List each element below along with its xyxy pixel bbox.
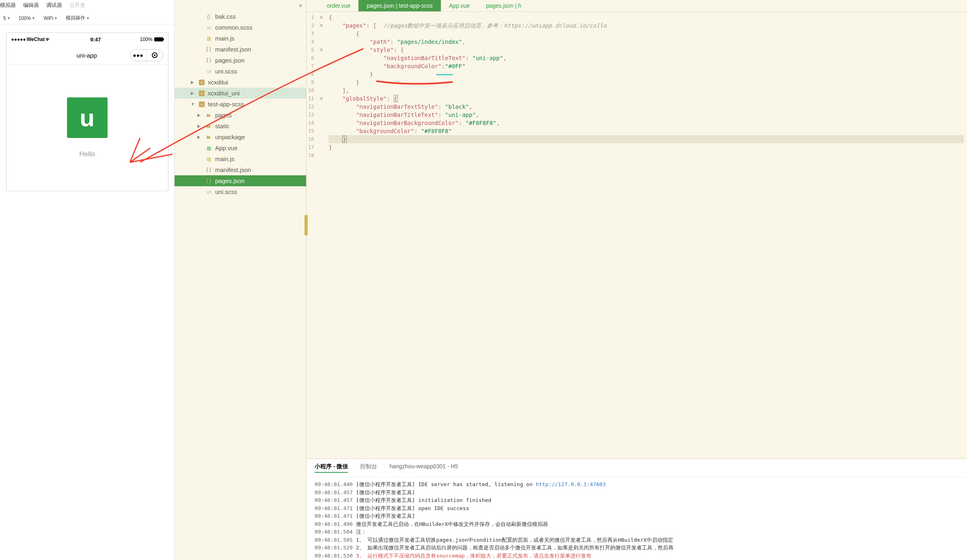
wifi-icon: ᯤ: [45, 36, 51, 43]
sim-menu-tabs: 模拟器编辑器调试器云开发: [0, 0, 174, 12]
tree-item[interactable]: []manifest.json: [175, 44, 306, 55]
fold-toggle[interactable]: ⊟: [319, 46, 324, 54]
target-icon: [152, 52, 158, 58]
fold-toggle[interactable]: ⊟: [319, 22, 324, 30]
console-tab[interactable]: hangzhou-weapp0301 - H5: [389, 463, 458, 473]
code-area[interactable]: 123456789101112131415161718 ⊟⊟⊟⊟ { "page…: [307, 12, 967, 459]
sim-menu-tab[interactable]: 模拟器: [0, 2, 16, 9]
editor-tab[interactable]: order.vue: [319, 0, 358, 11]
tree-item[interactable]: ഗcommon.scss: [175, 22, 306, 33]
tree-item[interactable]: ഗuni.scss: [175, 186, 306, 197]
phone-content: u Hello: [6, 65, 168, 191]
tree-item[interactable]: ▶uxcxditui_uni: [175, 88, 306, 99]
chevron-down-icon: ▾: [8, 16, 10, 20]
signal-indicator: ●●●●● WeChat ᯤ: [11, 36, 52, 43]
hello-text: Hello: [6, 150, 168, 158]
chevron-right-icon: ▶: [191, 80, 196, 84]
fold-toggle: [319, 86, 324, 95]
tree-item[interactable]: []manifest.json: [175, 164, 306, 175]
device-select[interactable]: 5▾: [0, 15, 13, 22]
console-body[interactable]: 09:46:01.440 [微信小程序开发者工具] IDE server has…: [307, 477, 967, 560]
hamburger-icon[interactable]: ≡: [175, 0, 306, 11]
sim-menu-tab[interactable]: 编辑器: [23, 2, 39, 9]
fold-toggle: [319, 78, 324, 86]
tree-item[interactable]: ▶🖿static: [175, 121, 306, 131]
tree-item[interactable]: ▦App.vue: [175, 142, 306, 153]
fold-toggle: [319, 127, 324, 135]
tree-item-label: xcxditui: [208, 79, 228, 86]
tree-item[interactable]: ▼utest-app-scss: [175, 99, 306, 110]
status-time: 9:47: [90, 37, 101, 43]
sim-menu-tab[interactable]: 调试器: [46, 2, 62, 9]
log-line: 09:46:01.529 2。 如果出现微信开发者工具启动后白屏的问题，检查是否…: [315, 544, 959, 552]
simop-select[interactable]: 模拟操作▾: [63, 14, 92, 22]
editor-tab[interactable]: App.vue: [441, 0, 478, 11]
tree-item-label: main.js: [215, 155, 235, 162]
log-link[interactable]: http://127.0.0.1:47603: [536, 481, 606, 487]
fold-toggle: [319, 62, 324, 70]
tree-item-label: main.js: [215, 35, 235, 42]
fold-toggle[interactable]: ⊟: [319, 13, 324, 22]
tree-item-label: static: [215, 123, 229, 129]
phone-navbar: uni-app ●●●: [6, 46, 168, 65]
tree-item[interactable]: ▦main.js: [175, 153, 306, 164]
tree-item-label: manifest.json: [215, 46, 251, 53]
fold-toggle: [319, 70, 324, 78]
fold-toggle: [319, 54, 324, 62]
tree-item-label: common.scss: [215, 24, 253, 31]
chevron-down-icon: ▼: [191, 102, 196, 106]
tree-item-label: pages.json: [215, 177, 245, 184]
fold-toggle: [319, 38, 324, 46]
sim-controls: 5▾ 100%▾ WiFi▾ 模拟操作▾: [0, 12, 174, 24]
console-tab[interactable]: 控制台: [360, 463, 377, 473]
tree-item-label: App.vue: [215, 144, 237, 151]
tree-item-label: bak.css: [215, 13, 236, 20]
code-content: { "pages": [ //pages数组中第一项表示应用启动页，参考：htt…: [325, 12, 967, 459]
editor-tabs: order.vuepages.json | test-app-scssApp.v…: [307, 0, 967, 12]
tree-item-label: pages: [215, 112, 232, 118]
tree-item[interactable]: []pages.json: [175, 55, 306, 66]
log-line: 09:46:01.457 [微信小程序开发者工具]: [315, 489, 959, 497]
chevron-down-icon: ▾: [87, 16, 89, 20]
tree-item[interactable]: ഗuni.scss: [175, 66, 306, 77]
file-tree: ≡ {}bak.cssഗcommon.scss▦main.js[]manifes…: [175, 0, 307, 560]
log-line: 09:46:01.505 1。 可以通过微信开发者工具切换pages.json中…: [315, 536, 959, 544]
line-numbers: 123456789101112131415161718: [307, 12, 317, 459]
log-line: 09:46:01.440 [微信小程序开发者工具] IDE server has…: [315, 480, 959, 489]
editor-tab[interactable]: pages.json | test-app-scss: [358, 0, 440, 11]
fold-toggle: [319, 30, 324, 38]
network-select[interactable]: WiFi▾: [40, 15, 60, 22]
chevron-right-icon: ▶: [197, 135, 202, 139]
editor-tab[interactable]: pages.json | h: [478, 0, 529, 11]
simulator-panel: 模拟器编辑器调试器云开发 5▾ 100%▾ WiFi▾ 模拟操作▾ ●●●●● …: [0, 0, 175, 560]
capsule-menu-button[interactable]: ●●●: [130, 50, 147, 61]
capsule: ●●●: [130, 49, 163, 61]
console-tabs: 小程序 - 微信控制台hangzhou-weapp0301 - H5: [307, 459, 967, 477]
fold-toggle: [319, 111, 324, 119]
tree-item-label: uni.scss: [215, 68, 237, 75]
uni-logo: u: [67, 97, 108, 138]
tree-item[interactable]: ▶🖿pages: [175, 110, 306, 121]
battery-indicator: 100%: [140, 37, 163, 42]
tree-item[interactable]: ▶🖿unpackage: [175, 131, 306, 142]
console-panel: 小程序 - 微信控制台hangzhou-weapp0301 - H5 09:46…: [307, 459, 967, 560]
phone-mockup: ●●●●● WeChat ᯤ 9:47 100% uni-app ●●● u H…: [6, 32, 168, 191]
zoom-select[interactable]: 100%▾: [15, 15, 38, 22]
fold-toggle: [319, 135, 324, 143]
tree-item[interactable]: {}bak.css: [175, 11, 306, 22]
split-handle[interactable]: [304, 215, 308, 235]
tree-item-label: test-app-scss: [208, 101, 244, 108]
tree-item[interactable]: ▦main.js: [175, 33, 306, 44]
fold-toggle[interactable]: ⊟: [319, 95, 324, 103]
console-tab[interactable]: 小程序 - 微信: [315, 463, 348, 473]
log-line: 09:46:01.471 [微信小程序开发者工具] open IDE succe…: [315, 504, 959, 513]
tree-item-label: xcxditui_uni: [208, 90, 240, 97]
tree-item[interactable]: ▶uxcxditui: [175, 77, 306, 88]
sim-menu-tab[interactable]: 云开发: [69, 2, 85, 9]
tree-item-label: manifest.json: [215, 166, 251, 173]
tree-item-label: unpackage: [215, 134, 245, 140]
phone-title: uni-app: [11, 52, 130, 59]
tree-item[interactable]: []pages.json: [175, 175, 306, 186]
battery-icon: [154, 37, 163, 41]
capsule-close-button[interactable]: [147, 50, 163, 61]
